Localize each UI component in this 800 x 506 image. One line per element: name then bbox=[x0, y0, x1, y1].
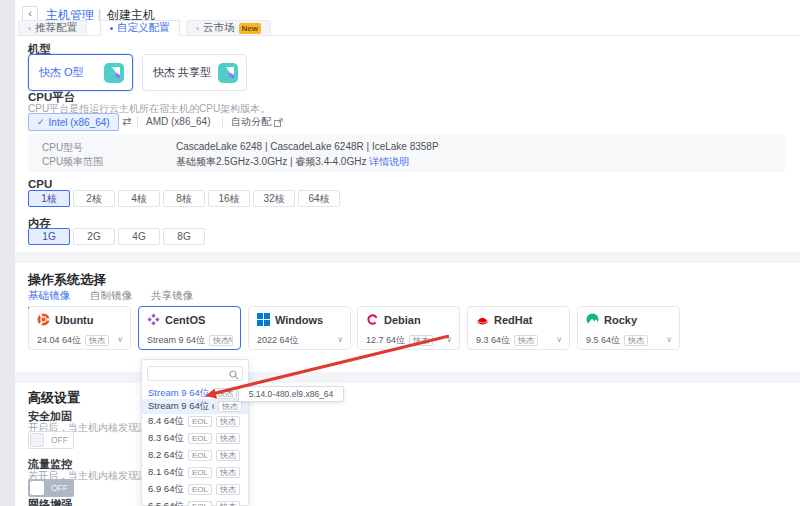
details-link[interactable]: 详情说明 bbox=[369, 156, 409, 167]
memory-option-4g[interactable]: 4G bbox=[118, 228, 160, 245]
os-version-option[interactable]: 8.3 64位 EOL 快杰 bbox=[142, 431, 248, 445]
breadcrumb-separator: | bbox=[98, 7, 101, 21]
os-name: Ubuntu bbox=[55, 314, 93, 326]
cpu-frequency-value: 基础频率2.5GHz-3.0GHz | 睿频3.4-4.0GHz 详情说明 bbox=[176, 155, 409, 169]
chevron-down-icon[interactable]: ∨ bbox=[666, 335, 672, 344]
tab-label: 自定义配置 bbox=[117, 21, 170, 35]
os-version-option[interactable]: 6.9 64位 EOL 快杰 bbox=[142, 482, 248, 496]
chevron-down-icon[interactable]: ∨ bbox=[337, 335, 343, 344]
cpu-model-label: CPU型号 bbox=[42, 141, 83, 155]
back-button[interactable]: ‹ bbox=[22, 6, 38, 21]
os-card-centos[interactable]: CentOS Stream 9 64位 快杰 ∧ bbox=[138, 306, 241, 350]
cpu-core-option-16[interactable]: 16核 bbox=[208, 190, 250, 207]
os-name: CentOS bbox=[165, 314, 205, 326]
eol-tag: EOL bbox=[188, 416, 212, 427]
kuaijie-logo-icon bbox=[218, 63, 238, 83]
version-label: 8.3 64位 bbox=[148, 432, 184, 445]
kuaijie-tag: 快杰 bbox=[85, 335, 109, 346]
os-card-ubuntu[interactable]: Ubuntu 24.04 64位 快杰 ∨ bbox=[28, 306, 131, 350]
search-input[interactable] bbox=[151, 368, 227, 379]
os-name: RedHat bbox=[494, 314, 533, 326]
cpu-core-option-4[interactable]: 4核 bbox=[118, 190, 160, 207]
version-label: 8.2 64位 bbox=[148, 449, 184, 462]
swap-icon[interactable]: ⇄ bbox=[122, 115, 131, 128]
os-version-option[interactable]: 8.1 64位 EOL 快杰 bbox=[142, 465, 248, 479]
os-version-option[interactable]: 6.5 64位 EOL 快杰 bbox=[142, 499, 248, 506]
auto-assign-button[interactable]: 自动分配 bbox=[231, 113, 283, 131]
chevron-down-icon[interactable]: ∨ bbox=[556, 335, 562, 344]
traffic-monitor-toggle[interactable]: OFF bbox=[28, 479, 74, 497]
os-section-title: 操作系统选择 bbox=[28, 271, 106, 289]
chevron-up-icon[interactable]: ∧ bbox=[227, 335, 233, 344]
kuaijie-tag: 快杰 bbox=[216, 433, 240, 444]
eol-tag: EOL bbox=[188, 501, 212, 506]
cpu-platform-intel-button[interactable]: ✓ Intel (x86_64) bbox=[28, 113, 119, 131]
os-version: 2022 64位 bbox=[257, 334, 299, 347]
memory-option-1g[interactable]: 1G bbox=[28, 228, 70, 245]
cpu-platform-amd-button[interactable]: AMD (x86_64) bbox=[146, 113, 210, 131]
cpu-core-option-32[interactable]: 32核 bbox=[253, 190, 295, 207]
machine-type-name: 快杰 共享型 bbox=[153, 65, 211, 80]
tab-dot-icon bbox=[196, 27, 199, 30]
tab-label: 云市场 bbox=[203, 21, 235, 35]
tab-cloud-market[interactable]: 云市场 New bbox=[186, 20, 271, 36]
chevron-down-icon[interactable]: ∨ bbox=[117, 335, 123, 344]
ubuntu-icon bbox=[37, 313, 50, 326]
tab-shared-images[interactable]: 共享镜像 bbox=[151, 289, 193, 307]
debian-icon bbox=[366, 313, 379, 326]
intel-label: Intel (x86_64) bbox=[49, 117, 110, 128]
toggle-knob bbox=[30, 481, 44, 495]
os-version-option[interactable]: Stream 9 64位 快杰 bbox=[142, 386, 248, 400]
network-enhance-label: 网络增强 bbox=[28, 497, 72, 506]
version-label: 6.9 64位 bbox=[148, 483, 184, 496]
toggle-state-label: OFF bbox=[51, 483, 68, 493]
cpu-core-option-8[interactable]: 8核 bbox=[163, 190, 205, 207]
eol-tag: EOL bbox=[188, 433, 212, 444]
cpu-frequency-label: CPU频率范围 bbox=[42, 155, 103, 169]
kernel-version-tooltip: 5.14.0-480.el9.x86_64 bbox=[238, 386, 344, 402]
os-name: Debian bbox=[384, 314, 421, 326]
windows-icon bbox=[257, 313, 270, 326]
tab-recommended-config[interactable]: 推荐配置 bbox=[18, 20, 87, 36]
chevron-down-icon[interactable]: ∨ bbox=[446, 335, 452, 344]
external-link-icon bbox=[274, 118, 283, 127]
cpu-core-option-1[interactable]: 1核 bbox=[28, 190, 70, 207]
dropdown-search[interactable] bbox=[147, 366, 243, 381]
advanced-settings-title: 高级设置 bbox=[28, 389, 80, 407]
cpu-core-option-2[interactable]: 2核 bbox=[73, 190, 115, 207]
kuaijie-tag: 快杰 bbox=[624, 335, 648, 346]
kuaijie-logo-icon bbox=[104, 63, 124, 83]
cpu-core-option-64[interactable]: 64核 bbox=[298, 190, 340, 207]
version-label: 8.1 64位 bbox=[148, 466, 184, 479]
tab-custom-config[interactable]: 自定义配置 bbox=[100, 20, 180, 36]
redhat-icon bbox=[476, 313, 489, 326]
machine-type-name: 快杰 O型 bbox=[39, 65, 84, 80]
machine-type-card-kuaijie-o[interactable]: 快杰 O型 bbox=[28, 54, 133, 91]
tab-dot-icon bbox=[110, 27, 113, 30]
kuaijie-tag: 快杰 bbox=[216, 450, 240, 461]
os-version-option[interactable]: 8.2 64位 EOL 快杰 bbox=[142, 448, 248, 462]
machine-type-card-kuaijie-shared[interactable]: 快杰 共享型 bbox=[142, 54, 247, 91]
os-version: Stream 9 64位 bbox=[147, 334, 205, 347]
os-card-debian[interactable]: Debian 12.7 64位 快杰 ∨ bbox=[357, 306, 460, 350]
memory-option-2g[interactable]: 2G bbox=[73, 228, 115, 245]
kuaijie-tag: 快杰 bbox=[218, 401, 242, 412]
section-gap bbox=[15, 372, 800, 383]
memory-option-8g[interactable]: 8G bbox=[163, 228, 205, 245]
os-card-rocky[interactable]: Rocky 9.5 64位 快杰 ∨ bbox=[577, 306, 680, 350]
os-card-redhat[interactable]: RedHat 9.3 64位 快杰 ∨ bbox=[467, 306, 570, 350]
version-label: Stream 9 64位 bbox=[148, 387, 209, 400]
os-version-dropdown: Stream 9 64位 快杰 Stream 9 64位 cloudinit 快… bbox=[141, 359, 249, 506]
kuaijie-tag: 快杰 bbox=[216, 484, 240, 495]
os-version-option[interactable]: 8.4 64位 EOL 快杰 bbox=[142, 414, 248, 428]
os-version: 12.7 64位 bbox=[366, 334, 405, 347]
os-version: 9.3 64位 bbox=[476, 334, 510, 347]
check-icon: ✓ bbox=[37, 117, 45, 127]
os-card-windows[interactable]: Windows 2022 64位 ∨ bbox=[248, 306, 351, 350]
eol-tag: EOL bbox=[188, 450, 212, 461]
security-hardening-toggle[interactable]: OFF bbox=[28, 431, 74, 449]
os-version-option-cloudinit[interactable]: Stream 9 64位 cloudinit 快杰 bbox=[142, 399, 248, 414]
tab-custom-images[interactable]: 自制镜像 bbox=[90, 289, 132, 307]
cpu-cores-label: CPU bbox=[28, 178, 52, 190]
auto-assign-label: 自动分配 bbox=[231, 113, 271, 131]
